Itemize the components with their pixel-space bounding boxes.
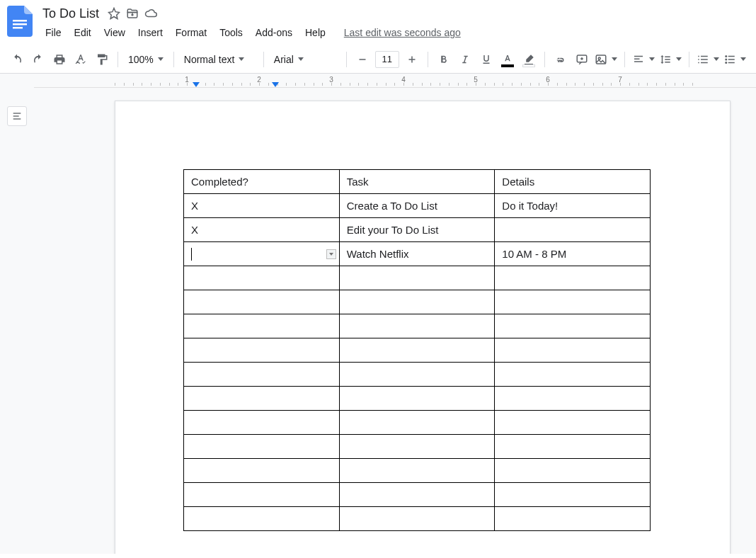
redo-button[interactable] xyxy=(28,50,48,69)
cell-details[interactable] xyxy=(495,459,651,483)
cell-task[interactable] xyxy=(339,266,495,290)
header-details[interactable]: Details xyxy=(495,170,651,194)
table-row[interactable] xyxy=(184,266,651,290)
menu-tools[interactable]: Tools xyxy=(214,24,248,41)
menu-insert[interactable]: Insert xyxy=(132,24,168,41)
document-page[interactable]: Completed? Task Details XCreate a To Do … xyxy=(115,101,731,554)
menu-addons[interactable]: Add-ons xyxy=(250,24,298,41)
cell-details[interactable] xyxy=(495,411,651,435)
cell-task[interactable] xyxy=(339,411,495,435)
docs-app-icon[interactable] xyxy=(6,4,34,38)
cell-details[interactable] xyxy=(495,338,651,363)
outline-toggle-button[interactable] xyxy=(7,106,27,126)
document-title[interactable]: To Do List xyxy=(40,5,102,23)
numbered-list-dropdown[interactable] xyxy=(695,50,721,69)
cell-details[interactable] xyxy=(495,435,651,459)
insert-image-dropdown[interactable] xyxy=(593,50,619,69)
cloud-status-icon[interactable] xyxy=(144,7,157,20)
cell-completed[interactable] xyxy=(184,435,340,459)
insert-link-button[interactable] xyxy=(551,50,571,69)
paragraph-style-dropdown[interactable]: Normal text xyxy=(180,50,258,69)
cell-completed[interactable] xyxy=(184,507,340,531)
header-completed[interactable]: Completed? xyxy=(184,170,340,194)
cell-completed[interactable] xyxy=(184,242,340,266)
table-row[interactable] xyxy=(184,338,651,363)
font-size-decrease-button[interactable] xyxy=(353,50,372,69)
menu-file[interactable]: File xyxy=(40,24,67,41)
move-icon[interactable] xyxy=(126,7,139,20)
add-comment-button[interactable] xyxy=(572,50,592,69)
cell-completed[interactable]: X xyxy=(184,218,340,242)
cell-completed[interactable] xyxy=(184,387,340,411)
cell-completed[interactable] xyxy=(184,266,340,290)
cell-completed[interactable] xyxy=(184,290,340,314)
cell-task[interactable] xyxy=(339,290,495,314)
line-spacing-dropdown[interactable] xyxy=(658,50,683,69)
cell-task[interactable]: Watch Netflix xyxy=(339,242,495,266)
table-row[interactable] xyxy=(184,363,651,387)
star-icon[interactable] xyxy=(108,7,120,20)
menu-edit[interactable]: Edit xyxy=(69,24,97,41)
cell-task[interactable] xyxy=(339,435,495,459)
cell-task[interactable]: Create a To Do List xyxy=(339,194,495,218)
font-size-input[interactable]: 11 xyxy=(375,51,399,68)
cell-task[interactable] xyxy=(339,387,495,411)
page-scroll[interactable]: Completed? Task Details XCreate a To Do … xyxy=(34,88,756,554)
table-row[interactable] xyxy=(184,507,651,531)
undo-button[interactable] xyxy=(7,50,27,69)
cell-completed[interactable] xyxy=(184,363,340,387)
bold-button[interactable] xyxy=(434,50,454,69)
spellcheck-button[interactable] xyxy=(71,50,91,69)
cell-details[interactable]: Do it Today! xyxy=(495,194,651,218)
cell-completed[interactable] xyxy=(184,411,340,435)
table-row[interactable] xyxy=(184,483,651,507)
cell-details[interactable] xyxy=(495,290,651,314)
table-row[interactable] xyxy=(184,290,651,314)
font-family-dropdown[interactable]: Arial xyxy=(270,50,340,69)
menu-help[interactable]: Help xyxy=(299,24,331,41)
highlight-color-button[interactable] xyxy=(519,50,539,69)
table-row[interactable] xyxy=(184,387,651,411)
print-button[interactable] xyxy=(50,50,69,69)
paint-format-button[interactable] xyxy=(92,50,112,69)
text-color-button[interactable] xyxy=(498,50,517,69)
menu-view[interactable]: View xyxy=(98,24,131,41)
cell-details[interactable] xyxy=(495,483,651,507)
cell-details[interactable] xyxy=(495,314,651,338)
last-edit-link[interactable]: Last edit was seconds ago xyxy=(344,27,461,38)
zoom-dropdown[interactable]: 100% xyxy=(124,50,168,69)
cell-completed[interactable]: X xyxy=(184,194,340,218)
cell-details[interactable]: 10 AM - 8 PM xyxy=(495,242,651,266)
bulleted-list-dropdown[interactable] xyxy=(722,50,748,69)
todo-table[interactable]: Completed? Task Details XCreate a To Do … xyxy=(183,169,651,531)
indent-marker-right[interactable] xyxy=(272,82,279,87)
underline-button[interactable] xyxy=(476,50,496,69)
cell-task[interactable] xyxy=(339,507,495,531)
align-dropdown[interactable] xyxy=(631,50,656,69)
cell-completed[interactable] xyxy=(184,314,340,338)
table-row[interactable]: XEdit your To Do List xyxy=(184,218,651,242)
font-size-increase-button[interactable] xyxy=(402,50,422,69)
cell-task[interactable] xyxy=(339,483,495,507)
cell-details[interactable] xyxy=(495,507,651,531)
cell-completed[interactable] xyxy=(184,338,340,363)
horizontal-ruler[interactable]: 1234567 xyxy=(34,74,756,88)
indent-marker-left[interactable] xyxy=(193,82,200,87)
table-row[interactable] xyxy=(184,411,651,435)
header-task[interactable]: Task xyxy=(339,170,495,194)
table-row[interactable]: XCreate a To Do ListDo it Today! xyxy=(184,194,651,218)
menu-format[interactable]: Format xyxy=(170,24,212,41)
italic-button[interactable] xyxy=(455,50,475,69)
cell-task[interactable] xyxy=(339,314,495,338)
cell-details[interactable] xyxy=(495,266,651,290)
table-row[interactable] xyxy=(184,435,651,459)
cell-task[interactable]: Edit your To Do List xyxy=(339,218,495,242)
cell-task[interactable] xyxy=(339,338,495,363)
table-row[interactable]: Watch Netflix10 AM - 8 PM xyxy=(184,242,651,266)
cell-task[interactable] xyxy=(339,363,495,387)
cell-completed[interactable] xyxy=(184,483,340,507)
table-row[interactable] xyxy=(184,459,651,483)
cell-details[interactable] xyxy=(495,363,651,387)
cell-task[interactable] xyxy=(339,459,495,483)
cell-completed[interactable] xyxy=(184,459,340,483)
